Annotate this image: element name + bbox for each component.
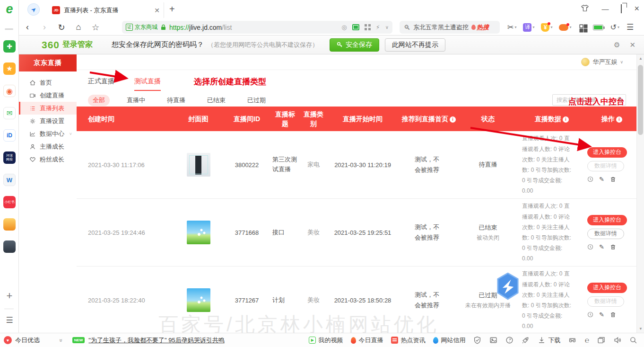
reading-target-icon[interactable]: ◎ bbox=[341, 24, 347, 31]
browser-search-box[interactable]: 🔍︎ 东北五常黑土遭盗挖 热搜 bbox=[400, 21, 500, 34]
history-clock-icon[interactable] bbox=[587, 244, 593, 250]
reload-icon[interactable]: ↻ bbox=[53, 22, 70, 33]
hot-news-item[interactable]: 热点资讯 bbox=[391, 336, 425, 345]
cover-image[interactable] bbox=[187, 221, 210, 244]
hot-search-badge[interactable]: 热搜 bbox=[471, 23, 489, 32]
photo-icon[interactable] bbox=[489, 336, 497, 344]
speaker-icon[interactable] bbox=[613, 336, 621, 344]
qr-code-icon[interactable] bbox=[365, 24, 371, 30]
shield-icon[interactable] bbox=[473, 336, 481, 344]
history-undo-tool[interactable]: ↺▾ bbox=[609, 23, 620, 32]
page-search-icon[interactable] bbox=[629, 336, 637, 344]
weibo-icon[interactable]: ◉ bbox=[3, 85, 16, 97]
translate-tool[interactable]: 译▾ bbox=[522, 23, 536, 32]
delete-trash-icon[interactable] bbox=[610, 176, 616, 182]
history-clock-icon[interactable] bbox=[587, 311, 593, 318]
enter-console-button[interactable]: 进入操控台 bbox=[587, 215, 627, 225]
sidebar-item-create-live[interactable]: 创建直播 bbox=[19, 89, 77, 102]
cover-image[interactable] bbox=[187, 288, 210, 312]
edit-pencil-icon[interactable]: ✎ bbox=[599, 176, 604, 183]
favorites-list-button[interactable]: ☰ bbox=[0, 315, 19, 325]
filter-waiting[interactable]: 待直播 bbox=[162, 95, 190, 106]
speed-bolt-icon[interactable]: ⚡ bbox=[376, 24, 380, 31]
tab-official-live[interactable]: 正式直播 bbox=[88, 77, 114, 90]
speed-dial-icon[interactable] bbox=[505, 336, 513, 344]
tab-close-icon[interactable]: ✕ bbox=[154, 7, 160, 14]
home-icon[interactable]: ⌂ bbox=[70, 22, 87, 32]
cover-image[interactable] bbox=[187, 153, 210, 177]
edit-pencil-icon[interactable]: ✎ bbox=[599, 243, 604, 250]
address-chevron-icon[interactable]: ∨ bbox=[385, 25, 389, 30]
add-favorite-button[interactable]: + bbox=[0, 290, 19, 302]
browser-logo-icon[interactable]: e bbox=[0, 2, 19, 17]
close-bar-icon[interactable]: ✕ bbox=[629, 41, 635, 49]
xunlei-download-icon[interactable] bbox=[495, 273, 521, 300]
ie-compat-icon[interactable]: ℮ bbox=[584, 336, 589, 345]
sidebar-item-anchor-growth[interactable]: 主播成长 bbox=[19, 140, 77, 153]
id-ext-icon[interactable]: iD bbox=[3, 129, 16, 142]
save-password-button[interactable]: 安全保存 bbox=[330, 38, 379, 52]
game2-icon[interactable] bbox=[3, 240, 16, 253]
my-videos-item[interactable]: ▶我的视频 bbox=[309, 336, 343, 345]
back-icon[interactable]: ‹ bbox=[19, 22, 36, 32]
tab-test-live[interactable]: 测试直播 bbox=[134, 77, 161, 91]
extension-icon[interactable]: ✚ bbox=[3, 40, 16, 53]
dismiss-site-button[interactable]: 此网站不再提示 bbox=[385, 38, 445, 52]
download-item[interactable]: 下载 bbox=[538, 336, 560, 345]
sidebar-item-data-center[interactable]: 数据中心 ˅ bbox=[19, 127, 77, 140]
filter-ended[interactable]: 已结束 bbox=[202, 95, 230, 106]
site-credit-item[interactable]: 网站信用 bbox=[433, 336, 465, 345]
apps-grid-tool[interactable] bbox=[576, 23, 588, 32]
site-cert-badge[interactable]: 证 京东商城 bbox=[126, 23, 157, 31]
data-detail-button[interactable]: 数据详情 bbox=[587, 296, 624, 307]
info-icon[interactable]: i bbox=[616, 116, 622, 123]
scroll-thumb[interactable] bbox=[638, 65, 643, 135]
new-tab-button[interactable]: + bbox=[169, 4, 175, 15]
multi-window-icon[interactable] bbox=[597, 336, 605, 344]
mail-icon[interactable]: ✉ bbox=[3, 107, 16, 119]
info-icon[interactable]: i bbox=[563, 116, 569, 123]
restore-button[interactable] bbox=[621, 5, 622, 13]
forward-icon[interactable]: › bbox=[36, 22, 53, 32]
bookmark-star-icon[interactable]: ☆ bbox=[87, 22, 104, 33]
enter-console-button[interactable]: 进入操控台 bbox=[587, 147, 627, 158]
sidebar-item-fans-growth[interactable]: 粉丝成长 bbox=[19, 153, 77, 166]
clip-tool[interactable]: ✂▾ bbox=[506, 23, 518, 32]
address-bar[interactable]: 证 京东商城 https://jlive.jd.com/list ◎ ⚡ ∨ bbox=[122, 21, 392, 34]
filter-living[interactable]: 直播中 bbox=[122, 95, 150, 106]
delete-trash-icon[interactable] bbox=[610, 244, 616, 250]
collapse-chevron-icon[interactable]: » bbox=[58, 338, 64, 342]
xiaohongshu-icon[interactable]: 小红书 bbox=[3, 196, 16, 208]
incognito-glasses-icon[interactable] bbox=[568, 336, 576, 344]
news-ticker-link[interactable]: "为了生孩子，我脸都不要了" 95后孕妈哭诉引共鸣 bbox=[88, 336, 224, 345]
screenshot-icon[interactable] bbox=[352, 24, 359, 30]
history-clock-icon[interactable] bbox=[587, 176, 593, 182]
daily-picks-label[interactable]: 今日优选 bbox=[15, 336, 40, 345]
data-detail-button[interactable]: 数据详情 bbox=[587, 229, 624, 239]
favorites-icon[interactable]: ★ bbox=[3, 62, 16, 75]
scrollbar[interactable]: ▲ ▼ bbox=[636, 54, 644, 333]
enter-console-button[interactable]: 进入操控台 bbox=[587, 283, 627, 293]
huanqiu-icon[interactable]: 环球 网校 bbox=[3, 151, 16, 164]
today-live-item[interactable]: 今日直播 bbox=[351, 336, 383, 345]
menu-icon[interactable]: ☰ bbox=[627, 22, 634, 32]
sidebar-item-home[interactable]: 首页 bbox=[19, 76, 77, 89]
close-button[interactable]: × bbox=[634, 4, 639, 14]
send-navigation-icon[interactable]: ➤ bbox=[25, 1, 43, 18]
skin-icon[interactable] bbox=[581, 4, 589, 13]
game-center-tool[interactable]: ▾ bbox=[557, 24, 573, 31]
game1-icon[interactable] bbox=[3, 218, 16, 231]
rocket-icon[interactable] bbox=[522, 336, 530, 344]
delete-trash-icon[interactable] bbox=[610, 311, 616, 318]
word-doc-icon[interactable]: W bbox=[3, 174, 16, 186]
edit-pencil-icon[interactable]: ✎ bbox=[599, 311, 604, 318]
scroll-up-icon[interactable]: ▲ bbox=[637, 56, 644, 61]
user-menu[interactable]: 华严互娱 ∨ bbox=[581, 58, 623, 66]
gear-icon[interactable]: ⚙ bbox=[614, 41, 620, 49]
data-detail-button[interactable]: 数据详情 bbox=[587, 161, 624, 171]
wallet-tool[interactable]: ¥▾ bbox=[540, 23, 554, 32]
browser-tab[interactable]: JD 直播列表 - 京东直播 ✕ bbox=[48, 2, 164, 18]
filter-expired[interactable]: 已过期 bbox=[243, 95, 270, 106]
battery-saver-tool[interactable] bbox=[592, 25, 605, 30]
info-icon[interactable]: i bbox=[450, 116, 456, 123]
